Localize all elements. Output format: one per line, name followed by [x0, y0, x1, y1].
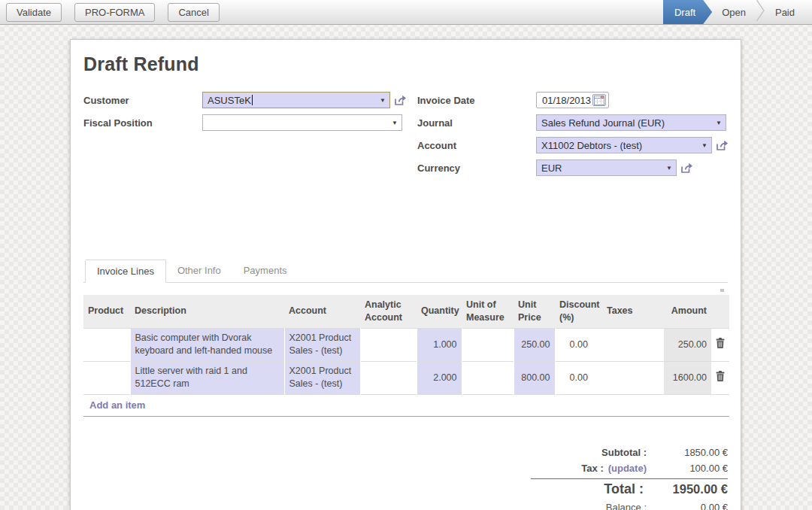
account-value: X11002 Debtors - (test) [541, 140, 642, 151]
total-row: Total : 1950.00 € [531, 479, 728, 499]
fiscal-position-label: Fiscal Position [83, 117, 202, 129]
delete-line-button[interactable] [716, 338, 725, 348]
col-header-unit-price[interactable]: Unit Price [514, 295, 555, 328]
status-step-open: Open [712, 7, 756, 18]
currency-label: Currency [417, 162, 536, 174]
cell-description[interactable]: Basic computer with Dvorak keyboard and … [130, 328, 284, 361]
status-step-paid: Paid [765, 7, 804, 18]
cell-unit-of-measure[interactable] [462, 328, 514, 361]
delete-line-button[interactable] [716, 371, 725, 381]
customer-combobox[interactable]: ASUSTeK ▼ [202, 92, 390, 108]
account-combobox[interactable]: X11002 Debtors - (test) ▼ [536, 137, 712, 153]
open-record-icon[interactable] [716, 140, 728, 151]
cell-unit-price[interactable]: 250.00 [514, 328, 555, 361]
currency-combobox[interactable]: EUR ▼ [536, 159, 677, 176]
cell-amount: 250.00 [664, 328, 711, 361]
status-open-label: Open [722, 7, 746, 18]
subtotal-value: 1850.00 € [647, 447, 728, 458]
cancel-button[interactable]: Cancel [168, 3, 219, 22]
journal-value: Sales Refund Journal (EUR) [541, 117, 665, 129]
invoice-lines-table: Product Description Account Analytic Acc… [83, 295, 729, 417]
tab-payments[interactable]: Payments [232, 260, 298, 282]
dropdown-arrow-icon[interactable]: ▼ [716, 120, 722, 126]
fiscal-position-combobox[interactable]: ▼ [202, 114, 402, 131]
cell-quantity[interactable]: 2.000 [417, 361, 462, 394]
total-label: Total : [531, 481, 647, 497]
subtotal-row: Subtotal : 1850.00 € [531, 445, 728, 460]
trash-icon [716, 371, 725, 381]
cell-account[interactable]: X2001 Product Sales - (test) [284, 328, 360, 361]
dropdown-arrow-icon[interactable]: ▼ [701, 142, 707, 149]
invoice-form-sheet: Draft Refund Customer ASUSTeK ▼ Fiscal P… [70, 39, 741, 510]
col-header-analytic-account[interactable]: Analytic Account [360, 295, 417, 328]
form-left-column: Customer ASUSTeK ▼ Fiscal Position ▼ [83, 92, 417, 182]
chevron-right-icon [756, 0, 765, 25]
cell-analytic-account[interactable] [360, 361, 417, 394]
cell-description[interactable]: Little server with raid 1 and 512ECC ram [130, 361, 284, 394]
invoice-line-row: Little server with raid 1 and 512ECC ram… [83, 361, 729, 394]
customer-value: ASUSTeK [208, 95, 251, 106]
col-header-unit-of-measure[interactable]: Unit of Measure [462, 295, 514, 328]
invoice-date-value: 01/18/2013 [542, 95, 591, 106]
invoice-date-input[interactable]: 01/18/2013 [536, 92, 609, 108]
balance-value: 0.00 € [647, 502, 728, 510]
col-header-description[interactable]: Description [130, 295, 284, 328]
table-header-row: Product Description Account Analytic Acc… [83, 295, 729, 328]
status-bar: Draft Open Paid [663, 0, 812, 24]
notebook-tabs: Invoice Lines Other Info Payments [83, 260, 728, 283]
customer-label: Customer [83, 95, 202, 106]
col-header-actions [711, 295, 729, 328]
journal-combobox[interactable]: Sales Refund Journal (EUR) ▼ [536, 114, 726, 131]
status-step-draft: Draft [663, 0, 712, 24]
journal-label: Journal [417, 117, 536, 129]
tab-invoice-lines[interactable]: Invoice Lines [85, 260, 166, 283]
open-record-icon[interactable] [680, 162, 692, 174]
tab-other-info[interactable]: Other Info [166, 260, 232, 282]
open-record-icon[interactable] [394, 95, 406, 106]
col-header-taxes[interactable]: Taxes [602, 295, 664, 328]
cell-taxes[interactable] [602, 361, 664, 394]
dropdown-arrow-icon[interactable]: ▼ [380, 97, 386, 104]
status-paid-label: Paid [775, 7, 795, 18]
validate-button[interactable]: Validate [6, 3, 62, 22]
form-right-column: Invoice Date 01/18/2013 Journal Sales Re… [417, 92, 728, 182]
status-draft-label: Draft [674, 7, 695, 18]
tax-update-link[interactable]: (update) [608, 463, 647, 474]
page-title: Draft Refund [83, 53, 728, 75]
invoice-date-label: Invoice Date [417, 95, 536, 106]
tax-value: 100.00 € [647, 463, 728, 474]
calendar-icon[interactable] [592, 94, 606, 106]
col-header-amount[interactable]: Amount [664, 295, 711, 328]
tax-row: Tax :(update) 100.00 € [531, 460, 728, 476]
total-value: 1950.00 € [647, 482, 728, 496]
currency-value: EUR [541, 162, 562, 174]
balance-row: Balance : 0.00 € [531, 499, 728, 510]
col-header-product[interactable]: Product [83, 295, 130, 328]
invoice-lines-table-wrap: Product Description Account Analytic Acc… [83, 295, 728, 417]
col-header-discount[interactable]: Discount (%) [555, 295, 602, 328]
proforma-button[interactable]: PRO-FORMA [74, 3, 155, 22]
dropdown-arrow-icon[interactable]: ▼ [392, 120, 398, 126]
cell-amount: 1600.00 [664, 361, 711, 394]
dropdown-arrow-icon[interactable]: ▼ [666, 165, 672, 172]
form-fields: Customer ASUSTeK ▼ Fiscal Position ▼ [83, 92, 728, 182]
table-scrollbar-thumb[interactable] [720, 289, 724, 292]
totals-panel: Subtotal : 1850.00 € Tax :(update) 100.0… [531, 445, 728, 510]
cell-discount[interactable]: 0.00 [555, 361, 602, 394]
add-an-item-link[interactable]: Add an item [89, 399, 145, 411]
cell-quantity[interactable]: 1.000 [417, 328, 462, 361]
cell-unit-price[interactable]: 800.00 [514, 361, 555, 394]
col-header-quantity[interactable]: Quantity [417, 295, 462, 328]
cell-discount[interactable]: 0.00 [555, 328, 602, 361]
col-header-account[interactable]: Account [284, 295, 360, 328]
cell-product[interactable] [83, 328, 130, 361]
cell-product[interactable] [83, 361, 130, 394]
account-label: Account [417, 140, 536, 151]
tax-label: Tax :(update) [531, 463, 647, 474]
cell-taxes[interactable] [602, 328, 664, 361]
trash-icon [716, 338, 725, 348]
cell-unit-of-measure[interactable] [462, 361, 514, 394]
cell-account[interactable]: X2001 Product Sales - (test) [284, 361, 360, 394]
cell-analytic-account[interactable] [360, 328, 417, 361]
invoice-line-row: Basic computer with Dvorak keyboard and … [83, 328, 729, 361]
